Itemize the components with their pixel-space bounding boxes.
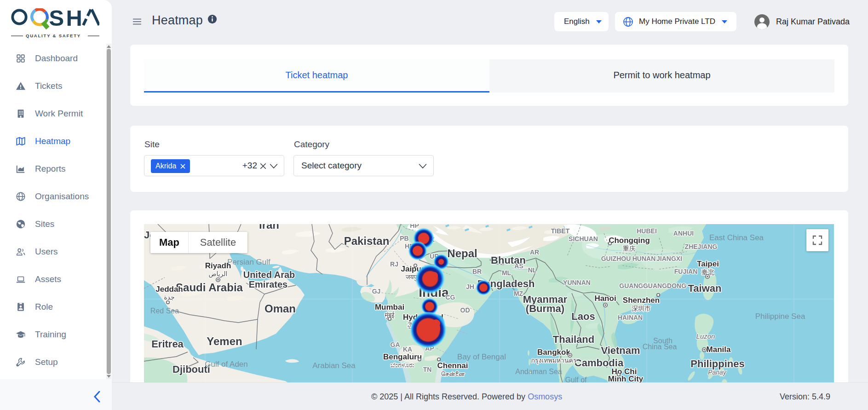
svg-text:Chennai: Chennai bbox=[437, 361, 468, 370]
svg-text:Nepal: Nepal bbox=[447, 247, 477, 260]
svg-text:Chongqing: Chongqing bbox=[609, 236, 650, 245]
svg-text:NL: NL bbox=[528, 266, 537, 274]
svg-text:TN: TN bbox=[423, 366, 432, 373]
svg-text:RJ: RJ bbox=[390, 260, 398, 268]
svg-text:Hanoi: Hanoi bbox=[594, 294, 616, 303]
svg-text:PB: PB bbox=[400, 235, 408, 242]
svg-text:Panay: Panay bbox=[708, 369, 727, 376]
svg-text:HUBEI: HUBEI bbox=[637, 227, 657, 235]
svg-text:OD: OD bbox=[460, 306, 470, 314]
svg-text:กรุงเทพมหานคร: กรุงเทพมหานคร bbox=[531, 357, 577, 364]
svg-text:Persian Gulf: Persian Gulf bbox=[227, 258, 270, 266]
svg-text:GUIZHOU: GUIZHOU bbox=[601, 255, 631, 262]
svg-text:Yemen: Yemen bbox=[207, 335, 242, 347]
svg-text:Mumbai: Mumbai bbox=[375, 303, 404, 312]
svg-text:ANHUI: ANHUI bbox=[673, 230, 694, 237]
svg-text:جدة: جدة bbox=[164, 294, 174, 301]
svg-text:சென்னை: சென்னை bbox=[441, 370, 465, 377]
svg-text:CG: CG bbox=[446, 294, 455, 301]
svg-text:Philippines: Philippines bbox=[690, 358, 744, 370]
svg-text:KA: KA bbox=[403, 346, 412, 353]
svg-text:China Sea: China Sea bbox=[643, 343, 677, 351]
svg-text:Oman: Oman bbox=[264, 302, 296, 315]
svg-text:ZHEJIANG: ZHEJIANG bbox=[685, 243, 718, 250]
svg-text:Bengaluru: Bengaluru bbox=[383, 352, 422, 361]
svg-text:深圳市: 深圳市 bbox=[632, 305, 651, 312]
svg-text:HUNAN: HUNAN bbox=[632, 255, 656, 262]
svg-text:Jeddah: Jeddah bbox=[155, 285, 183, 294]
svg-text:Arabian Sea: Arabian Sea bbox=[312, 361, 356, 370]
svg-text:ಬೆಂಗಳೂರು: ಬೆಂಗಳೂರು bbox=[391, 361, 414, 369]
svg-text:Pakistan: Pakistan bbox=[344, 235, 390, 247]
svg-text:AR: AR bbox=[530, 248, 539, 256]
svg-text:(Burma): (Burma) bbox=[526, 303, 564, 314]
svg-text:Andaman Sea: Andaman Sea bbox=[515, 368, 562, 375]
svg-text:Gulf of Aden: Gulf of Aden bbox=[205, 360, 248, 369]
svg-text:Emirates: Emirates bbox=[249, 279, 288, 289]
svg-text:Philippine Sea: Philippine Sea bbox=[755, 312, 805, 321]
svg-text:Iran: Iran bbox=[259, 224, 279, 231]
svg-text:Bay of Bengal: Bay of Bengal bbox=[457, 352, 506, 361]
svg-text:Bangkok: Bangkok bbox=[537, 348, 570, 357]
svg-text:JIANGXI: JIANGXI bbox=[656, 255, 682, 262]
svg-text:East China Sea: East China Sea bbox=[709, 233, 764, 242]
svg-text:الرياض: الرياض bbox=[209, 270, 228, 278]
svg-text:Saudi Arabia: Saudi Arabia bbox=[176, 281, 243, 294]
svg-text:Vietnam: Vietnam bbox=[601, 345, 640, 356]
svg-text:H: H bbox=[66, 8, 82, 30]
svg-text:HAINAN: HAINAN bbox=[618, 314, 643, 321]
svg-text:ML: ML bbox=[502, 269, 512, 277]
svg-text:Thailand: Thailand bbox=[553, 334, 594, 345]
svg-text:Luzon: Luzon bbox=[696, 332, 715, 340]
svg-text:GA: GA bbox=[391, 341, 400, 348]
svg-text:Taiwan: Taiwan bbox=[688, 283, 722, 294]
svg-text:BR: BR bbox=[472, 268, 482, 275]
svg-text:TIBET: TIBET bbox=[551, 227, 570, 235]
svg-text:YUNNAN: YUNNAN bbox=[563, 279, 591, 286]
svg-text:AS: AS bbox=[514, 262, 523, 270]
svg-text:Manila: Manila bbox=[707, 345, 731, 354]
svg-text:FUJIAN: FUJIAN bbox=[674, 268, 698, 275]
svg-text:重庆: 重庆 bbox=[623, 245, 636, 252]
svg-text:GJ: GJ bbox=[372, 288, 381, 295]
svg-text:HP: HP bbox=[410, 224, 419, 229]
svg-text:Shenzhen: Shenzhen bbox=[623, 296, 660, 305]
svg-text:GUANGDONG: GUANGDONG bbox=[643, 282, 686, 289]
svg-text:Laos: Laos bbox=[571, 311, 595, 322]
svg-text:Eritrea: Eritrea bbox=[151, 338, 184, 350]
svg-text:Red Sea: Red Sea bbox=[150, 307, 179, 315]
svg-text:MZ: MZ bbox=[514, 290, 523, 297]
svg-text:QUALITY & SAFETY: QUALITY & SAFETY bbox=[26, 33, 81, 38]
svg-text:Taipei: Taipei bbox=[697, 260, 719, 268]
svg-text:S: S bbox=[49, 8, 64, 30]
svg-text:United Arab: United Arab bbox=[243, 270, 295, 280]
svg-text:SICHUAN: SICHUAN bbox=[569, 235, 598, 243]
svg-text:JH: JH bbox=[466, 283, 474, 290]
